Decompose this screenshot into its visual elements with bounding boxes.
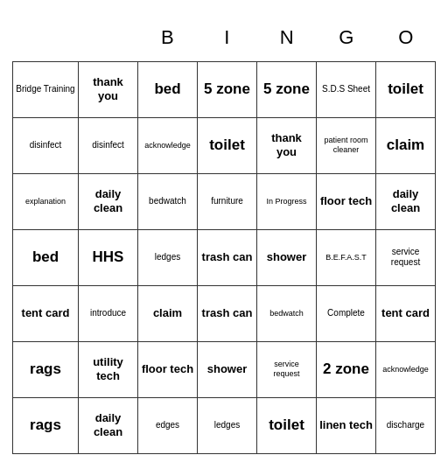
cell-r6-c5: linen tech — [317, 398, 376, 454]
cell-r3-c5: B.E.F.A.S.T — [317, 230, 376, 286]
header-letter-6 — [12, 52, 78, 60]
cell-r3-c3: trash can — [198, 230, 257, 286]
cell-r6-c6: discharge — [376, 398, 436, 454]
cell-r4-c0: tent card — [13, 286, 79, 342]
cell-r4-c5: Complete — [317, 286, 376, 342]
cell-r5-c1: utility tech — [79, 342, 138, 398]
cell-r3-c4: shower — [257, 230, 317, 286]
cell-r1-c1: disinfect — [79, 118, 138, 174]
cell-r0-c2: bed — [138, 62, 198, 118]
cell-r2-c5: floor tech — [317, 174, 376, 230]
header-letter-3: N — [256, 23, 316, 52]
cell-r4-c1: introduce — [79, 286, 138, 342]
cell-r6-c1: daily clean — [79, 398, 138, 454]
cell-r4-c3: trash can — [198, 286, 257, 342]
cell-r6-c4: toilet — [257, 398, 317, 454]
header-letter-1: B — [137, 23, 197, 52]
header-spacer — [12, 23, 78, 52]
bingo-grid: Bridge Trainingthank youbed5 zone5 zoneS… — [12, 61, 436, 454]
cell-r5-c5: 2 zone — [317, 342, 376, 398]
cell-r0-c4: 5 zone — [257, 62, 317, 118]
cell-r5-c4: service request — [257, 342, 317, 398]
bingo-card: BINGO Bridge Trainingthank youbed5 zone5… — [5, 16, 443, 461]
header-letter-5: O — [376, 23, 436, 52]
cell-r4-c4: bedwatch — [257, 286, 317, 342]
cell-r1-c5: patient room cleaner — [317, 118, 376, 174]
cell-r0-c6: toilet — [376, 62, 436, 118]
cell-r1-c2: acknowledge — [138, 118, 198, 174]
cell-r2-c6: daily clean — [376, 174, 436, 230]
bingo-header: BINGO — [12, 23, 436, 60]
cell-r5-c2: floor tech — [138, 342, 198, 398]
cell-r5-c3: shower — [198, 342, 257, 398]
cell-r1-c0: disinfect — [13, 118, 79, 174]
cell-r0-c0: Bridge Training — [13, 62, 79, 118]
cell-r2-c0: explanation — [13, 174, 79, 230]
cell-r0-c3: 5 zone — [198, 62, 257, 118]
cell-r5-c6: acknowledge — [376, 342, 436, 398]
cell-r0-c1: thank you — [79, 62, 138, 118]
cell-r6-c3: ledges — [198, 398, 257, 454]
cell-r0-c5: S.D.S Sheet — [317, 62, 376, 118]
cell-r4-c6: tent card — [376, 286, 436, 342]
cell-r4-c2: claim — [138, 286, 198, 342]
cell-r1-c6: claim — [376, 118, 436, 174]
cell-r3-c2: ledges — [138, 230, 198, 286]
cell-r5-c0: rags — [13, 342, 79, 398]
header-letter-0 — [78, 23, 137, 52]
cell-r3-c1: HHS — [79, 230, 138, 286]
cell-r6-c2: edges — [138, 398, 198, 454]
cell-r1-c4: thank you — [257, 118, 317, 174]
header-letter-4: G — [317, 23, 376, 52]
cell-r2-c3: furniture — [198, 174, 257, 230]
cell-r1-c3: toilet — [198, 118, 257, 174]
cell-r2-c1: daily clean — [79, 174, 138, 230]
cell-r6-c0: rags — [13, 398, 79, 454]
cell-r2-c2: bedwatch — [138, 174, 198, 230]
header-letter-2: I — [197, 23, 256, 52]
cell-r3-c6: service request — [376, 230, 436, 286]
cell-r3-c0: bed — [13, 230, 79, 286]
cell-r2-c4: In Progress — [257, 174, 317, 230]
